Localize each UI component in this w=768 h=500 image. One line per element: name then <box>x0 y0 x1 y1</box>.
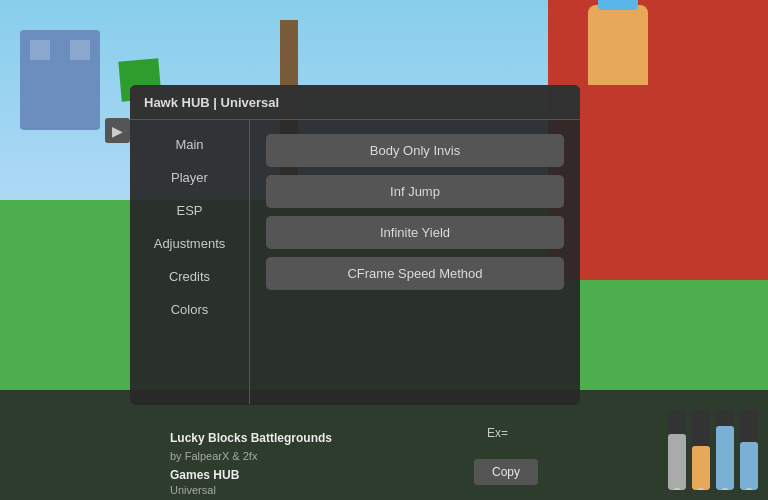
progress-bar-1 <box>692 410 710 490</box>
progress-bar-3 <box>740 410 758 490</box>
cframe-speed-button[interactable]: CFrame Speed Method <box>266 257 564 290</box>
hud-title-bar: Hawk HUB | Universal <box>130 85 580 120</box>
progress-bar-0 <box>668 410 686 490</box>
sidebar-item-main[interactable]: Main <box>130 128 249 161</box>
progress-bars <box>668 410 758 490</box>
hud-body: Main Player ESP Adjustments Credits Colo… <box>130 120 580 404</box>
progress-bar-2 <box>716 410 734 490</box>
sidebar-item-esp[interactable]: ESP <box>130 194 249 227</box>
item2-name: Games HUB <box>170 468 239 482</box>
building-decoration <box>20 30 100 130</box>
hud-nav: Main Player ESP Adjustments Credits Colo… <box>130 120 250 404</box>
wall-decoration <box>548 0 768 280</box>
hud-panel: Hawk HUB | Universal Main Player ESP Adj… <box>130 85 580 405</box>
arrow-icon[interactable]: ▶ <box>105 118 130 143</box>
inf-jump-button[interactable]: Inf Jump <box>266 175 564 208</box>
character-decoration <box>588 5 648 85</box>
item1-name: Lucky Blocks Battlegrounds <box>170 431 332 445</box>
bottom-bar: Lucky Blocks Battlegrounds by FalpearX &… <box>0 390 768 500</box>
hud-content: Body Only Invis Inf Jump Infinite Yield … <box>250 120 580 404</box>
copy-button[interactable]: Copy <box>474 459 538 485</box>
hud-title: Hawk HUB | Universal <box>144 95 279 110</box>
infinite-yield-button[interactable]: Infinite Yield <box>266 216 564 249</box>
body-only-invis-button[interactable]: Body Only Invis <box>266 134 564 167</box>
item2-sub: Universal <box>170 484 216 496</box>
ex-label: Ex= <box>487 426 508 440</box>
item1-sub: by FalpearX & 2fx <box>170 450 257 462</box>
sidebar-item-player[interactable]: Player <box>130 161 249 194</box>
sidebar-item-credits[interactable]: Credits <box>130 260 249 293</box>
sidebar-item-colors[interactable]: Colors <box>130 293 249 326</box>
sidebar-item-adjustments[interactable]: Adjustments <box>130 227 249 260</box>
